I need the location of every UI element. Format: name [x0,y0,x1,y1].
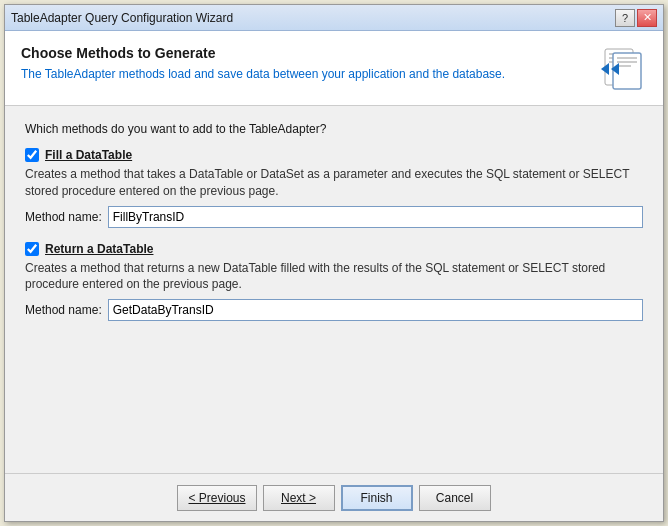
next-button[interactable]: Next > [263,485,335,511]
header-text: Choose Methods to Generate The TableAdap… [21,45,589,81]
fill-description: Creates a method that takes a DataTable … [25,166,643,200]
return-method-input[interactable] [108,299,643,321]
wizard-window: TableAdapter Query Configuration Wizard … [4,4,664,522]
return-description: Creates a method that returns a new Data… [25,260,643,294]
fill-checkbox-row: Fill a DataTable [25,148,643,162]
return-method-row: Method name: [25,299,643,321]
close-button[interactable]: ✕ [637,9,657,27]
finish-button[interactable]: Finish [341,485,413,511]
fill-checkbox-label: Fill a DataTable [45,148,132,162]
svg-rect-5 [617,57,637,59]
window-title: TableAdapter Query Configuration Wizard [11,11,233,25]
return-checkbox[interactable] [25,242,39,256]
cancel-button[interactable]: Cancel [419,485,491,511]
help-button[interactable]: ? [615,9,635,27]
svg-rect-7 [617,65,631,67]
wizard-icon [599,45,647,93]
title-bar-buttons: ? ✕ [615,9,657,27]
return-checkbox-row: Return a DataTable [25,242,643,256]
fill-method-input[interactable] [108,206,643,228]
header-description: The TableAdapter methods load and save d… [21,67,589,81]
footer: < Previous Next > Finish Cancel [5,473,663,521]
return-section: Return a DataTable Creates a method that… [25,242,643,322]
return-method-label: Method name: [25,303,102,317]
svg-rect-6 [617,61,637,63]
header-title: Choose Methods to Generate [21,45,589,61]
wizard-content: Choose Methods to Generate The TableAdap… [5,31,663,521]
fill-method-row: Method name: [25,206,643,228]
fill-method-label: Method name: [25,210,102,224]
fill-section: Fill a DataTable Creates a method that t… [25,148,643,228]
previous-button[interactable]: < Previous [177,485,256,511]
main-body: Which methods do you want to add to the … [5,106,663,473]
title-bar: TableAdapter Query Configuration Wizard … [5,5,663,31]
fill-checkbox[interactable] [25,148,39,162]
question-label: Which methods do you want to add to the … [25,122,643,136]
return-checkbox-label: Return a DataTable [45,242,153,256]
header-section: Choose Methods to Generate The TableAdap… [5,31,663,106]
